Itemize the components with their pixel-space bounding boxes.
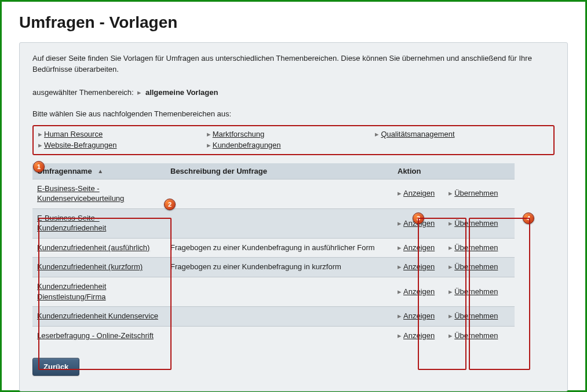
selected-label: ausgewählter Themenbereich: <box>32 88 134 97</box>
template-desc <box>166 326 393 345</box>
selected-topic: ausgewählter Themenbereich: ▸ allgemeine… <box>32 88 555 97</box>
table-row: Kundenzufriedenheit (kurzform)Fragebogen… <box>32 258 515 277</box>
template-name-link[interactable]: Kundenzufriedenheit Dienstleistung/Firma <box>37 281 161 302</box>
caret-right-icon: ▸ <box>449 262 454 272</box>
templates-table: Umfragenname ▲ Beschreibung der Umfrage … <box>32 163 515 345</box>
show-link[interactable]: Anzeigen <box>403 262 435 271</box>
show-link[interactable]: Anzeigen <box>403 287 435 296</box>
caret-right-icon: ▸ <box>137 88 141 97</box>
col-header-desc[interactable]: Beschreibung der Umfrage <box>166 163 393 179</box>
template-desc <box>166 277 393 306</box>
topic-link[interactable]: Kundenbefragungen <box>213 141 281 149</box>
template-name-link[interactable]: Kundenzufriedenheit Kundenservice <box>37 311 158 321</box>
topic-link[interactable]: Website-Befragungen <box>44 141 117 149</box>
show-link[interactable]: Anzeigen <box>403 243 435 252</box>
topic-link[interactable]: Human Resource <box>44 130 103 138</box>
topic-prompt: Bitte wählen Sie aus nachfolgenden Theme… <box>32 109 555 118</box>
caret-right-icon: ▸ <box>449 331 454 341</box>
topic-link[interactable]: Qualitätsmanagement <box>381 130 454 138</box>
caret-right-icon: ▸ <box>38 130 44 138</box>
apply-link[interactable]: Übernehmen <box>454 312 498 320</box>
app-frame: Umfragen - Vorlagen Auf dieser Seite fin… <box>0 0 587 392</box>
annotation-badge-4: 4 <box>523 213 534 224</box>
table-row: Kundenzufriedenheit Kundenservice▸Anzeig… <box>32 307 515 327</box>
caret-right-icon: ▸ <box>398 311 403 321</box>
sort-asc-icon: ▲ <box>97 168 103 174</box>
template-name-link[interactable]: Kundenzufriedenheit (kurzform) <box>37 262 143 272</box>
col-header-name-label: Umfragenname <box>37 167 92 175</box>
apply-link[interactable]: Übernehmen <box>454 243 498 252</box>
col-header-name[interactable]: Umfragenname ▲ <box>32 163 166 179</box>
topic-list: ▸Human Resource ▸Website-Befragungen ▸Ma… <box>38 129 549 151</box>
caret-right-icon: ▸ <box>449 243 454 253</box>
topic-link[interactable]: Marktforschung <box>213 130 265 138</box>
show-link[interactable]: Anzeigen <box>403 189 435 197</box>
template-desc <box>166 208 393 238</box>
table-row: E-Business-Seite - Kundenservicebeurteil… <box>32 179 515 208</box>
caret-right-icon: ▸ <box>207 130 213 138</box>
table-row: Kundenzufriedenheit (ausführlich)Fragebo… <box>32 238 515 258</box>
table-row: E-Business-Seite - Kundenzufriedenheit▸A… <box>32 208 515 238</box>
apply-link[interactable]: Übernehmen <box>454 287 498 296</box>
template-desc <box>166 179 393 208</box>
table-row: Kundenzufriedenheit Dienstleistung/Firma… <box>32 277 515 306</box>
caret-right-icon: ▸ <box>398 243 403 253</box>
caret-right-icon: ▸ <box>449 218 454 229</box>
selected-value: allgemeine Vorlagen <box>145 88 218 97</box>
caret-right-icon: ▸ <box>398 287 403 297</box>
caret-right-icon: ▸ <box>398 262 403 272</box>
content-panel: Auf dieser Seite finden Sie Vorlagen für… <box>19 42 568 391</box>
caret-right-icon: ▸ <box>449 287 454 297</box>
back-button[interactable]: Zurück <box>32 358 79 376</box>
page-title: Umfragen - Vorlagen <box>19 13 568 32</box>
template-name-link[interactable]: Kundenzufriedenheit (ausführlich) <box>37 243 150 253</box>
table-row: Leserbefragung - Online-Zeitschrift▸Anze… <box>32 326 515 345</box>
caret-right-icon: ▸ <box>398 331 403 341</box>
caret-right-icon: ▸ <box>398 218 403 229</box>
caret-right-icon: ▸ <box>375 130 381 138</box>
template-name-link[interactable]: E-Business-Seite - Kundenzufriedenheit <box>37 213 161 233</box>
template-name-link[interactable]: E-Business-Seite - Kundenservicebeurteil… <box>37 184 161 204</box>
topic-area-box: ▸Human Resource ▸Website-Befragungen ▸Ma… <box>32 125 555 155</box>
apply-link[interactable]: Übernehmen <box>454 219 498 228</box>
intro-text: Auf dieser Seite finden Sie Vorlagen für… <box>32 53 555 75</box>
caret-right-icon: ▸ <box>449 311 454 321</box>
caret-right-icon: ▸ <box>398 188 403 199</box>
show-link[interactable]: Anzeigen <box>403 219 435 228</box>
template-desc: Fragebogen zu einer Kundenbefragung in a… <box>166 238 393 258</box>
col-header-action[interactable]: Aktion <box>393 163 515 179</box>
template-name-link[interactable]: Leserbefragung - Online-Zeitschrift <box>37 331 154 341</box>
apply-link[interactable]: Übernehmen <box>454 331 498 340</box>
caret-right-icon: ▸ <box>207 141 213 149</box>
show-link[interactable]: Anzeigen <box>403 312 435 320</box>
caret-right-icon: ▸ <box>38 141 44 149</box>
show-link[interactable]: Anzeigen <box>403 331 435 340</box>
caret-right-icon: ▸ <box>449 188 454 199</box>
template-desc <box>166 307 393 327</box>
template-desc: Fragebogen zu einer Kundenbefragung in k… <box>166 258 393 277</box>
apply-link[interactable]: Übernehmen <box>454 262 498 271</box>
apply-link[interactable]: Übernehmen <box>454 189 498 197</box>
